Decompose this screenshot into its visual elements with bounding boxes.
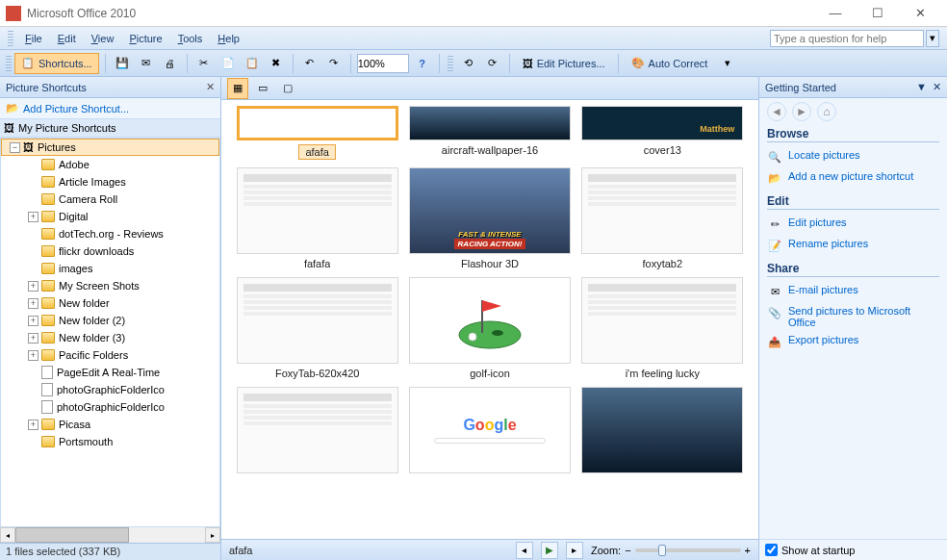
mail-button[interactable]: ✉ <box>136 53 157 74</box>
locate-pictures-link[interactable]: 🔍Locate pictures <box>767 146 939 167</box>
nav-back-button[interactable]: ◄ <box>767 102 786 121</box>
right-pane-dropdown[interactable]: ▼ <box>916 81 927 93</box>
tree-row[interactable]: Adobe <box>1 156 219 173</box>
tree-row[interactable]: Camera Roll <box>1 191 219 208</box>
nav-home-button[interactable]: ⌂ <box>817 102 836 121</box>
expand-icon[interactable]: + <box>28 333 38 344</box>
tree-row[interactable]: flickr downloads <box>1 242 219 260</box>
tree-row[interactable]: +New folder <box>1 294 219 312</box>
single-view-button[interactable]: ▢ <box>277 78 298 99</box>
prev-image-button[interactable]: ◂ <box>516 542 533 559</box>
expand-icon[interactable]: + <box>28 212 38 222</box>
menu-tools[interactable]: Tools <box>170 31 211 46</box>
menu-file[interactable]: File <box>17 31 50 46</box>
tree-row[interactable]: images <box>1 260 219 277</box>
next-image-button[interactable]: ▸ <box>566 542 583 559</box>
filmstrip-view-button[interactable]: ▭ <box>252 78 273 99</box>
menu-edit[interactable]: Edit <box>50 31 84 46</box>
expand-icon[interactable]: + <box>28 420 38 430</box>
save-button[interactable]: 💾 <box>112 53 133 74</box>
tree-row[interactable]: Portsmouth <box>1 433 219 450</box>
print-button[interactable]: 🖨 <box>160 53 181 74</box>
right-pane-close[interactable]: ✕ <box>933 81 941 93</box>
thumbnail-area[interactable]: afafaaircraft-wallpaper-16Matthewcover13… <box>221 100 758 539</box>
nav-forward-button[interactable]: ► <box>792 102 811 121</box>
menu-help[interactable]: Help <box>210 31 247 46</box>
thumbnail[interactable]: foxytab2 <box>580 167 745 269</box>
collapse-icon[interactable]: − <box>10 142 20 153</box>
redo-button[interactable]: ↷ <box>323 53 345 74</box>
left-pane-close[interactable]: ✕ <box>206 81 215 93</box>
folder-tree[interactable]: − 🖼 Pictures AdobeArticle ImagesCamera R… <box>0 138 220 527</box>
undo-button[interactable]: ↶ <box>299 53 320 74</box>
tree-row[interactable]: photoGraphicFolderIco <box>1 381 219 398</box>
maximize-button[interactable]: ☐ <box>857 2 899 25</box>
rename-pictures-link[interactable]: 📝Rename pictures <box>767 235 939 256</box>
tree-row[interactable]: Article Images <box>1 173 219 191</box>
section-share: Share <box>767 262 939 277</box>
tree-row[interactable]: dotTech.org - Reviews <box>1 225 219 242</box>
toolbar-overflow[interactable]: ▾ <box>717 53 738 74</box>
thumbnail[interactable] <box>580 387 745 473</box>
thumbnail[interactable]: Matthewcover13 <box>580 106 745 160</box>
cut-button[interactable]: ✂ <box>193 53 215 74</box>
thumbnail[interactable]: FAST & INTENSERACING ACTION!Flashour 3D <box>407 167 572 269</box>
zoom-out-icon[interactable]: − <box>625 545 630 556</box>
auto-correct-button[interactable]: 🎨 Auto Correct <box>625 53 715 74</box>
copy-button[interactable]: 📄 <box>218 53 239 74</box>
scroll-left-icon[interactable]: ◂ <box>0 527 15 543</box>
zoom-select[interactable] <box>357 54 409 73</box>
help-search-dropdown[interactable]: ▾ <box>926 30 939 47</box>
tree-row-pictures[interactable]: − 🖼 Pictures <box>1 139 219 156</box>
tree-row[interactable]: +New folder (3) <box>1 329 219 346</box>
thumbnail[interactable]: FoxyTab-620x420 <box>235 277 399 379</box>
thumbnail[interactable]: golf-icon <box>407 277 572 379</box>
rotate-right-button[interactable]: ⟳ <box>482 53 503 74</box>
tree-row[interactable]: +Pacific Folders <box>1 346 219 364</box>
scroll-thumb[interactable] <box>15 527 129 543</box>
thumbnail[interactable]: fafafa <box>235 167 399 269</box>
thumbnail[interactable]: aircraft-wallpaper-16 <box>407 106 572 160</box>
tree-row[interactable]: PageEdit A Real-Time <box>1 364 219 381</box>
thumbnail[interactable]: i'm feeling lucky <box>580 277 745 379</box>
add-shortcut-link[interactable]: Add Picture Shortcut... <box>23 103 129 115</box>
scroll-right-icon[interactable]: ▸ <box>205 527 220 543</box>
expand-icon[interactable]: + <box>28 316 38 326</box>
add-new-shortcut-link[interactable]: 📂Add a new picture shortcut <box>767 167 939 189</box>
minimize-button[interactable]: — <box>814 2 857 25</box>
email-pictures-link[interactable]: ✉E-mail pictures <box>767 281 939 302</box>
paste-button[interactable]: 📋 <box>242 53 263 74</box>
thumbnail[interactable] <box>235 387 399 473</box>
export-pictures-link[interactable]: 📤Export pictures <box>767 331 939 352</box>
expand-icon[interactable]: + <box>28 298 38 309</box>
tree-row[interactable]: +Picasa <box>1 416 219 433</box>
tree-row[interactable]: +My Screen Shots <box>1 277 219 294</box>
tree-scrollbar-h[interactable]: ◂ ▸ <box>0 527 220 543</box>
send-office-link[interactable]: 📎Send pictures to Microsoft Office <box>767 302 939 331</box>
menu-view[interactable]: View <box>84 31 122 46</box>
zoom-help-button[interactable]: ? <box>412 53 433 74</box>
zoom-handle[interactable] <box>658 545 666 556</box>
slideshow-button[interactable]: ▶ <box>541 542 558 559</box>
zoom-in-icon[interactable]: + <box>745 545 751 556</box>
show-startup-checkbox[interactable] <box>765 544 778 556</box>
expand-icon[interactable]: + <box>28 281 38 292</box>
edit-pictures-link[interactable]: ✏Edit pictures <box>767 214 939 235</box>
zoom-slider[interactable] <box>635 548 741 552</box>
add-shortcut-row[interactable]: 📂 Add Picture Shortcut... <box>0 98 220 118</box>
edit-pictures-button[interactable]: 🖼 Edit Pictures... <box>516 53 612 74</box>
thumbnail[interactable]: Google <box>407 387 572 473</box>
rotate-left-button[interactable]: ⟲ <box>458 53 479 74</box>
menu-picture[interactable]: Picture <box>121 31 169 46</box>
thumbnail[interactable]: afafa <box>235 106 399 160</box>
shortcuts-button[interactable]: 📋 Shortcuts... <box>14 53 99 74</box>
expand-icon[interactable]: + <box>28 350 38 361</box>
thumbnails-view-button[interactable]: ▦ <box>227 78 248 99</box>
delete-button[interactable]: ✖ <box>266 53 287 74</box>
view-toolbar: ▦ ▭ ▢ <box>221 77 758 100</box>
tree-row[interactable]: +Digital <box>1 208 219 225</box>
close-button[interactable]: ✕ <box>899 2 941 25</box>
help-search-input[interactable] <box>770 30 924 47</box>
tree-row[interactable]: +New folder (2) <box>1 312 219 329</box>
tree-row[interactable]: photoGraphicFolderIco <box>1 398 219 416</box>
